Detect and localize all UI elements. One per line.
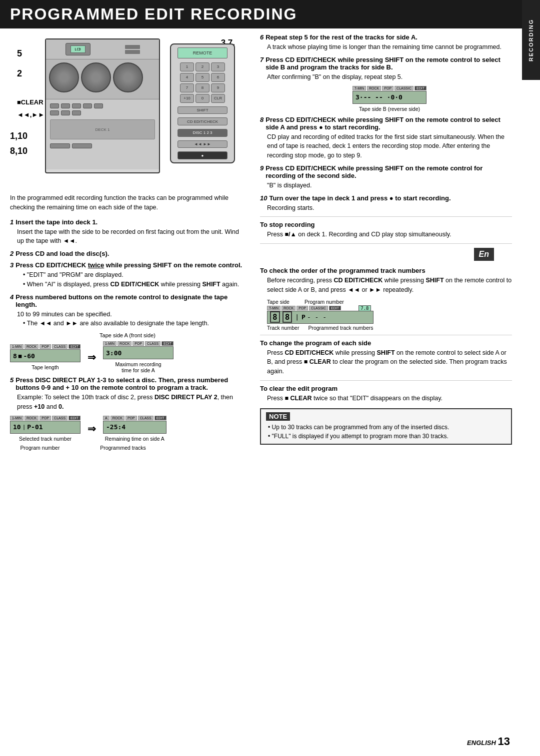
note-list: Up to 30 tracks can be programmed from a… — [266, 423, 506, 441]
check-order-title: To check the order of the programmed tra… — [260, 267, 512, 274]
remote-display: REMOTE — [178, 47, 228, 58]
stop-recording-section: To stop recording Press ■/▲ on deck 1. R… — [260, 221, 512, 239]
change-program-section: To change the program of each side Press… — [260, 339, 512, 376]
callout-clear: ■CLEAR — [17, 98, 44, 106]
max-recording-caption: Maximum recordingtime for side A — [115, 361, 161, 373]
program-number-label2: Program number — [304, 299, 344, 305]
step-3-bullets: "EDIT" and "PRGM" are displayed. When "A… — [17, 270, 245, 289]
disc-2 — [81, 62, 111, 92]
stop-recording-title: To stop recording — [260, 221, 512, 228]
note-item-1: Up to 30 tracks can be programmed from a… — [268, 423, 506, 432]
remote-unit: REMOTE 123 456 789 +100CLR SHIFT CD EDIT… — [170, 43, 235, 163]
tape-side-b-display: T-MIN ROCK POP CLASSIC EDIT 3·-- -- ·0·0… — [267, 86, 512, 112]
footer-page-num: 13 — [498, 735, 510, 748]
step-8: 8 Press CD EDIT/CHECK while pressing SHI… — [260, 116, 512, 160]
stereo-bot: DECK 1 — [46, 99, 159, 169]
footer-english: ENGLISH — [467, 739, 496, 747]
step-1: 1 Insert the tape into deck 1. Insert th… — [10, 218, 245, 246]
max-recording-display: 1-MIN ROCK POP CLASS EDIT 3:00 Maximum r… — [103, 341, 174, 373]
step-5: 5 Press DISC DIRECT PLAY 1-3 to select a… — [10, 376, 245, 412]
page-container: RECORDING PROGRAMMED EDIT RECORDING 5 2 … — [0, 0, 540, 756]
content-area: 5 2 ■CLEAR ◄◄,►► 1,10 8,10 3,7,8,9 5 4,5… — [0, 28, 540, 459]
tape-length-display: 1-MIN ROCK POP CLASS EDIT 8 ■ -60 — [10, 344, 80, 370]
remote-btn-grid: 123 456 789 +100CLR — [180, 62, 225, 103]
tape-side-b-caption: Tape side B (reverse side) — [359, 106, 420, 112]
footer: ENGLISH 13 — [467, 735, 510, 748]
page-title: PROGRAMMED EDIT RECORDING — [0, 0, 522, 28]
callout-1-10: 1,10 — [10, 131, 28, 141]
check-order-section: To check the order of the programmed tra… — [260, 267, 512, 295]
callout-2: 2 — [17, 68, 22, 79]
left-column: 5 2 ■CLEAR ◄◄,►► 1,10 8,10 3,7,8,9 5 4,5… — [0, 28, 255, 459]
selected-track-caption: Selected track number — [19, 436, 72, 442]
step-6: 6 Repeat step 5 for the rest of the trac… — [260, 33, 512, 52]
step-4: 4 Press numbered buttons on the remote c… — [10, 293, 245, 329]
note-title: NOTE — [266, 412, 290, 421]
callout-8-10: 8,10 — [10, 146, 28, 156]
step-4-bullets: The ◄◄ and ►► are also available to desi… — [17, 319, 245, 328]
divider-3 — [260, 335, 512, 335]
arrow-right-1: ⇒ — [88, 351, 96, 363]
arrow-right-2: ⇒ — [88, 423, 96, 435]
selected-track-display: 1-MIN ROCK POP CLASS EDIT 10 | P-01 — [10, 416, 80, 442]
display-labels-row: Program number Programmed tracks — [10, 445, 245, 451]
stereo-diagram: 5 2 ■CLEAR ◄◄,►► 1,10 8,10 3,7,8,9 5 4,5… — [10, 33, 240, 188]
en-badge: En — [474, 248, 494, 261]
step-2: 2 Press CD and load the disc(s). — [10, 250, 245, 257]
right-column: 6 Repeat step 5 for the rest of the trac… — [255, 28, 522, 459]
clear-edit-section: To clear the edit program Press ■ CLEAR … — [260, 385, 512, 403]
bullet-item: When "AI" is displayed, press CD EDIT/CH… — [23, 280, 245, 289]
divider-1 — [260, 216, 512, 217]
display-pair-4: 1-MIN ROCK POP CLASS EDIT 8 ■ -60 — [10, 341, 245, 373]
divider-4 — [260, 380, 512, 381]
stereo-top: LCD — [46, 39, 159, 59]
program-number-label: Program number — [10, 445, 70, 451]
step-10: 10 Turn over the tape in deck 1 and pres… — [260, 194, 512, 213]
display-diagram-7: T-MIN ROCK POP CLASSIC EDIT 3·-- -- ·0·0… — [267, 86, 512, 112]
intro-text: In the programmed edit recording functio… — [10, 193, 245, 212]
bullet-item: "EDIT" and "PRGM" are displayed. — [23, 270, 245, 280]
note-item-2: "FULL" is displayed if you attempt to pr… — [268, 432, 506, 441]
display-diagram-5: 1-MIN ROCK POP CLASS EDIT 10 | P-01 — [10, 416, 245, 451]
callout-rev: ◄◄,►► — [17, 111, 44, 118]
step-9: 9 Press CD EDIT/CHECK while pressing SHI… — [260, 164, 512, 190]
note-box: NOTE Up to 30 tracks can be programmed f… — [260, 408, 512, 445]
callout-5-top: 5 — [17, 48, 22, 59]
display-diagram-4: Tape side A (front side) 1-MIN ROCK POP … — [10, 332, 245, 373]
stereo-unit: LCD — [45, 38, 160, 173]
check-order-diagram: Tape side Program number T-MIN ROCK POP … — [267, 299, 512, 331]
bullet-item: The ◄◄ and ►► are also available to desi… — [23, 319, 245, 328]
programmed-track-numbers-label: Programmed track numbers — [308, 325, 373, 331]
change-program-title: To change the program of each side — [260, 339, 512, 347]
display-pair-5: 1-MIN ROCK POP CLASS EDIT 10 | P-01 — [10, 416, 245, 442]
tape-length-caption: Tape length — [32, 364, 58, 370]
track-number-label: Track number — [267, 325, 299, 331]
tape-side-a-label: Tape side A (front side) — [10, 332, 245, 338]
disc-1 — [49, 62, 79, 92]
tape-side-label2: Tape side — [267, 299, 290, 305]
clear-edit-title: To clear the edit program — [260, 385, 512, 392]
programmed-tracks-label: Programmed tracks — [93, 445, 153, 451]
remaining-time-display: A ROCK POP CLASS EDIT -25:4 Remaining ti… — [103, 416, 166, 442]
step-3: 3 Press CD EDIT/CHECK twice while pressi… — [10, 261, 245, 289]
step-7: 7 Press CD EDIT/CHECK while pressing SHI… — [260, 56, 512, 82]
remaining-time-caption: Remaining time on side A — [105, 436, 164, 442]
recording-tab: RECORDING — [522, 0, 540, 80]
stereo-mid — [46, 59, 159, 99]
divider-2 — [260, 243, 512, 244]
disc-3 — [113, 62, 143, 92]
